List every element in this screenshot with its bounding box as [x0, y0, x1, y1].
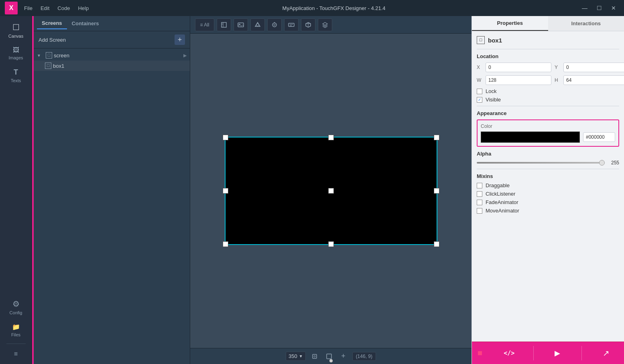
mixin-fadeanimator: FadeAnimator	[477, 199, 619, 205]
tree-area: ▼ ☐ screen ▶ ☐ box1	[34, 49, 190, 364]
toolbar-separator	[533, 346, 534, 360]
window-title: MyApplication - TouchGFX Designer - 4.21…	[283, 5, 386, 11]
sidebar-item-images[interactable]: 🖼 Images	[2, 43, 30, 63]
tree-item-screen[interactable]: ▼ ☐ screen ▶	[34, 50, 190, 61]
canvas-label: Canvas	[8, 34, 23, 38]
alpha-row: 255	[477, 160, 619, 166]
screen-icon: ☐	[46, 52, 52, 59]
export-button[interactable]: ↗	[594, 344, 618, 362]
lock-label: Lock	[486, 88, 496, 94]
clicklistener-checkbox[interactable]	[477, 191, 482, 197]
toolbar-separator-2	[581, 346, 582, 360]
sidebar-item-files[interactable]: 📁 Files	[2, 320, 30, 340]
handle-top-right[interactable]	[434, 135, 439, 140]
svg-point-14	[314, 356, 315, 357]
lock-checkbox[interactable]	[477, 89, 482, 94]
add-screen-label: Add Screen	[39, 37, 66, 43]
sidebar-item-config[interactable]: ⚙ Config	[2, 296, 30, 318]
text-button[interactable]	[284, 18, 299, 31]
svg-rect-8	[289, 23, 294, 26]
color-hex-value[interactable]: #000000	[583, 132, 615, 142]
handle-middle-right[interactable]	[434, 188, 439, 194]
h-label: H	[555, 77, 560, 83]
lock-row: Lock	[477, 88, 619, 94]
shape-button[interactable]	[250, 18, 265, 31]
y-input[interactable]	[563, 63, 624, 72]
tab-containers[interactable]: Containers	[67, 18, 104, 29]
handle-bottom-left[interactable]	[223, 241, 228, 247]
handle-bottom-right[interactable]	[434, 241, 439, 247]
fadeanimator-checkbox[interactable]	[477, 200, 482, 205]
tab-interactions[interactable]: Interactions	[548, 16, 624, 31]
divider-3	[477, 169, 619, 169]
visible-checkbox[interactable]	[477, 97, 482, 103]
widget-box1[interactable]	[225, 137, 437, 245]
image-button[interactable]	[234, 18, 248, 31]
maximize-button[interactable]: ☐	[594, 2, 605, 14]
screen-label: screen	[54, 53, 69, 59]
all-button[interactable]: ≡ All	[195, 18, 214, 31]
w-input[interactable]	[486, 75, 551, 85]
texts-label: Texts	[11, 78, 21, 83]
tab-screens[interactable]: Screens	[37, 18, 67, 29]
coordinates: (146, 9)	[352, 352, 376, 361]
images-icon: 🖼	[13, 47, 19, 54]
prop-header-icon: ☐	[477, 36, 485, 44]
fit-screen-button[interactable]	[309, 351, 320, 362]
canvas-area: ≡ All	[190, 16, 472, 364]
moveanimator-checkbox[interactable]	[477, 208, 482, 214]
y-label: Y	[555, 65, 560, 70]
tab-properties[interactable]: Properties	[472, 16, 548, 31]
handle-top-left[interactable]	[223, 135, 228, 140]
widget-button[interactable]	[217, 18, 231, 31]
layers-button[interactable]	[318, 18, 332, 31]
mixin-draggable: Draggable	[477, 182, 619, 188]
config-icon: ⚙	[12, 299, 20, 309]
tree-item-box1[interactable]: ☐ box1	[34, 61, 190, 71]
bottom-toolbar: </> ▶ ↗	[472, 342, 624, 364]
add-widget-button[interactable]: +	[338, 351, 349, 362]
window-controls: — ☐ ✕	[579, 2, 619, 14]
alpha-thumb	[599, 160, 605, 166]
svg-rect-0	[222, 22, 226, 27]
handle-center[interactable]	[328, 188, 334, 194]
code-button[interactable]: </>	[497, 344, 521, 362]
sidebar-item-canvas[interactable]: ☐ Canvas	[2, 19, 30, 42]
x-input[interactable]	[486, 63, 551, 72]
svg-rect-15	[327, 354, 331, 359]
x-label: X	[477, 65, 482, 70]
box-widget-button[interactable]	[301, 18, 315, 31]
right-panel-content: ☐ box1 Location X Y W H Lock	[472, 31, 624, 342]
handle-top-middle[interactable]	[328, 135, 334, 140]
zoom-select[interactable]: 350 ▼	[286, 352, 306, 361]
svg-point-6	[274, 24, 275, 26]
crop-icon	[326, 353, 332, 360]
alpha-slider-container	[477, 162, 604, 164]
menu-help[interactable]: Help	[78, 5, 89, 11]
menu-edit[interactable]: Edit	[41, 5, 49, 11]
visible-row: Visible	[477, 97, 619, 103]
panel-actions: Add Screen +	[34, 31, 190, 49]
zoom-dropdown-icon: ▼	[299, 354, 303, 358]
handle-bottom-middle[interactable]	[328, 241, 334, 247]
play-button[interactable]: ▶	[545, 344, 569, 362]
alpha-slider[interactable]	[477, 162, 604, 164]
draggable-checkbox[interactable]	[477, 183, 482, 188]
minimize-button[interactable]: —	[579, 2, 590, 14]
files-icon: 📁	[12, 323, 20, 331]
h-input[interactable]	[563, 75, 624, 85]
color-swatch[interactable]	[481, 131, 580, 143]
location-title: Location	[477, 53, 619, 59]
sidebar-item-texts[interactable]: T Texts	[2, 65, 30, 86]
main-layout: ☐ Canvas 🖼 Images T Texts ⚙ Config 📁 Fil…	[0, 16, 624, 364]
add-screen-button[interactable]: +	[175, 34, 185, 45]
menu-file[interactable]: File	[24, 5, 33, 11]
handle-middle-left[interactable]	[223, 188, 228, 194]
menu-code[interactable]: Code	[57, 5, 70, 11]
canvas-main[interactable]	[190, 34, 472, 348]
svg-point-5	[272, 23, 276, 27]
sidebar-item-misc[interactable]: ≡	[2, 347, 30, 361]
prop-header-name: box1	[488, 37, 502, 44]
paint-button[interactable]	[267, 18, 282, 31]
close-button[interactable]: ✕	[608, 2, 619, 14]
